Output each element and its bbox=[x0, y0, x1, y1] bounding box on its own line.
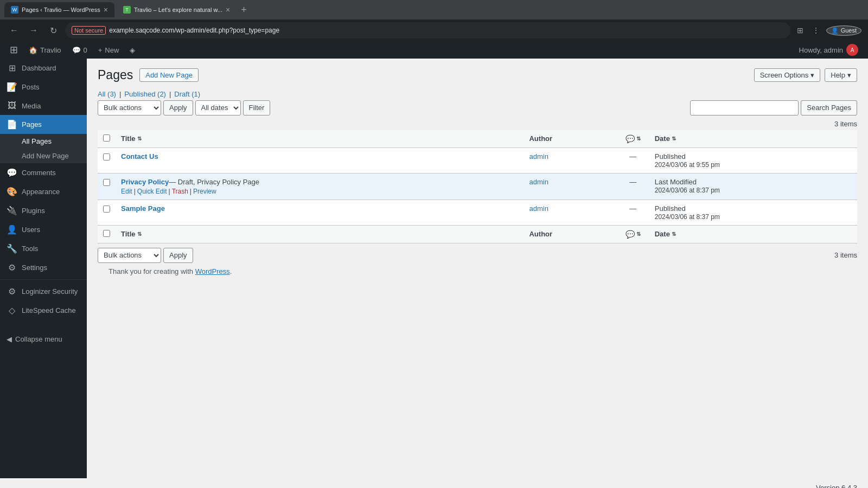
sidebar-item-add-new-page[interactable]: Add New Page bbox=[0, 149, 87, 163]
tab-1[interactable]: W Pages ‹ Travlio — WordPress × bbox=[4, 2, 114, 17]
wp-admin-bar: ⊞ 🏠 Travlio 💬 0 + New ◈ Howdy, admin A bbox=[0, 41, 868, 59]
site-name-item[interactable]: 🏠 Travlio bbox=[23, 41, 67, 59]
sidebar-label-posts: Posts bbox=[22, 83, 40, 91]
posts-icon: 📝 bbox=[7, 82, 17, 92]
row2-title-link[interactable]: Privacy Policy bbox=[121, 178, 169, 186]
collapse-icon: ◀ bbox=[7, 335, 12, 343]
profile-button[interactable]: 👤 Guest bbox=[826, 25, 861, 36]
screen-options-button[interactable]: Screen Options ▾ bbox=[754, 68, 821, 82]
sidebar-item-litespeed[interactable]: ◇ LiteSpeed Cache bbox=[0, 301, 87, 320]
search-input[interactable] bbox=[690, 100, 799, 115]
tab-2[interactable]: T Travlio – Let's explore natural w... × bbox=[117, 2, 237, 17]
row2-action-preview[interactable]: Preview bbox=[193, 188, 216, 195]
new-tab-button[interactable]: + bbox=[239, 4, 249, 16]
sidebar-item-users[interactable]: 👤 Users bbox=[0, 220, 87, 239]
tfoot-th-date[interactable]: Date ⇅ bbox=[649, 225, 857, 243]
sidebar-item-loginizer[interactable]: ⚙ Loginizer Security bbox=[0, 282, 87, 301]
comments-sort[interactable]: 💬 ⇅ bbox=[622, 134, 644, 143]
tfoot-th-comments[interactable]: 💬 ⇅ bbox=[617, 225, 649, 243]
wp-main: Pages Add New Page Screen Options ▾ Help… bbox=[87, 59, 868, 478]
new-item[interactable]: + New bbox=[93, 41, 125, 59]
customize-item[interactable]: ◈ bbox=[124, 41, 141, 59]
forward-button[interactable]: → bbox=[26, 23, 41, 38]
date-sort[interactable]: Date ⇅ bbox=[655, 134, 852, 143]
author-header-label: Author bbox=[529, 134, 552, 143]
apply-button-top[interactable]: Apply bbox=[163, 100, 193, 115]
tab-1-close[interactable]: × bbox=[104, 5, 108, 14]
litespeed-icon: ◇ bbox=[7, 305, 17, 316]
tab-2-close[interactable]: × bbox=[226, 5, 230, 14]
filter-button[interactable]: Filter bbox=[243, 100, 271, 115]
wp-logo-item[interactable]: ⊞ bbox=[4, 41, 23, 59]
filter-draft[interactable]: Draft (1) bbox=[174, 90, 200, 98]
sidebar-item-pages[interactable]: 📄 Pages bbox=[0, 115, 87, 134]
security-indicator: Not secure bbox=[72, 26, 106, 35]
comments-header-icon: 💬 bbox=[626, 134, 635, 143]
row2-action-quick-edit[interactable]: Quick Edit bbox=[137, 188, 167, 195]
title-sort[interactable]: Title ⇅ bbox=[121, 134, 518, 143]
sidebar-item-all-pages[interactable]: All Pages bbox=[0, 134, 87, 149]
collapse-menu[interactable]: ◀ Collapse menu bbox=[0, 331, 87, 348]
tfoot-comments-sort-icon: ⇅ bbox=[636, 231, 641, 237]
add-new-page-button[interactable]: Add New Page bbox=[139, 68, 199, 82]
bulk-actions-select-bottom[interactable]: Bulk actions Move to Trash bbox=[98, 248, 161, 263]
search-pages-button[interactable]: Search Pages bbox=[801, 100, 857, 115]
row1-checkbox-cell bbox=[98, 147, 116, 173]
date-header-label: Date bbox=[655, 134, 670, 143]
back-button[interactable]: ← bbox=[7, 23, 22, 38]
th-comments[interactable]: 💬 ⇅ bbox=[617, 130, 649, 148]
sidebar-item-media[interactable]: 🖼 Media bbox=[0, 97, 87, 115]
row2-checkbox[interactable] bbox=[103, 179, 110, 186]
row1-title-link[interactable]: Contact Us bbox=[121, 152, 158, 160]
row3-checkbox[interactable] bbox=[103, 206, 110, 213]
row2-author-link[interactable]: admin bbox=[529, 178, 548, 186]
row3-author-cell: admin bbox=[524, 200, 616, 225]
tfoot-date-sort[interactable]: Date ⇅ bbox=[655, 230, 852, 238]
more-button[interactable]: ⋮ bbox=[810, 24, 822, 37]
sidebar-item-dashboard[interactable]: ⊞ Dashboard bbox=[0, 59, 87, 78]
customize-icon: ◈ bbox=[130, 46, 135, 54]
wordpress-link[interactable]: WordPress bbox=[195, 267, 230, 275]
row3-checkbox-cell bbox=[98, 200, 116, 225]
row1-date-cell: Published 2024/03/06 at 9:55 pm bbox=[649, 147, 857, 173]
th-title[interactable]: Title ⇅ bbox=[116, 130, 524, 148]
row3-title-link[interactable]: Sample Page bbox=[121, 204, 165, 213]
filter-published[interactable]: Published (2) bbox=[124, 90, 166, 98]
row2-comments-value: — bbox=[629, 178, 636, 186]
tfoot-th-author[interactable]: Author bbox=[524, 225, 616, 243]
extensions-button[interactable]: ⊞ bbox=[795, 24, 806, 37]
dates-select[interactable]: All dates bbox=[195, 100, 241, 115]
tfoot-comments-sort[interactable]: 💬 ⇅ bbox=[622, 230, 644, 239]
filter-all[interactable]: All (3) bbox=[98, 90, 116, 98]
apply-button-bottom[interactable]: Apply bbox=[163, 248, 193, 263]
tfoot-title-sort[interactable]: Title ⇅ bbox=[121, 230, 518, 238]
users-icon: 👤 bbox=[7, 224, 17, 235]
sidebar-item-tools[interactable]: 🔧 Tools bbox=[0, 239, 87, 258]
collapse-label: Collapse menu bbox=[15, 335, 62, 343]
comments-sort-icon: ⇅ bbox=[636, 136, 641, 142]
footer-credit: Thank you for creating with WordPress. bbox=[98, 263, 857, 280]
row1-checkbox[interactable] bbox=[103, 153, 110, 160]
address-bar[interactable]: Not secure example.saqcode.com/wp-admin/… bbox=[65, 22, 790, 38]
row2-action-trash[interactable]: Trash bbox=[172, 188, 188, 195]
sidebar-item-settings[interactable]: ⚙ Settings bbox=[0, 258, 87, 277]
help-button[interactable]: Help ▾ bbox=[825, 68, 857, 82]
bulk-actions-select-top[interactable]: Bulk actions Move to Trash bbox=[98, 100, 161, 115]
sidebar-item-plugins[interactable]: 🔌 Plugins bbox=[0, 201, 87, 220]
row3-author-link[interactable]: admin bbox=[529, 204, 548, 213]
sidebar-item-comments[interactable]: 💬 Comments bbox=[0, 163, 87, 182]
select-all-checkbox-top[interactable] bbox=[103, 134, 110, 142]
refresh-button[interactable]: ↻ bbox=[46, 23, 61, 38]
tfoot-th-title[interactable]: Title ⇅ bbox=[116, 225, 524, 243]
plus-icon: + bbox=[98, 46, 103, 54]
row1-author-link[interactable]: admin bbox=[529, 152, 548, 160]
sidebar-divider bbox=[0, 279, 87, 280]
sidebar-label-media: Media bbox=[22, 102, 41, 110]
th-date[interactable]: Date ⇅ bbox=[649, 130, 857, 148]
comments-item[interactable]: 💬 0 bbox=[67, 41, 93, 59]
th-author[interactable]: Author bbox=[524, 130, 616, 148]
sidebar-item-appearance[interactable]: 🎨 Appearance bbox=[0, 182, 87, 201]
select-all-checkbox-bottom[interactable] bbox=[103, 230, 110, 237]
sidebar-item-posts[interactable]: 📝 Posts bbox=[0, 78, 87, 97]
row2-action-edit[interactable]: Edit bbox=[121, 188, 132, 195]
